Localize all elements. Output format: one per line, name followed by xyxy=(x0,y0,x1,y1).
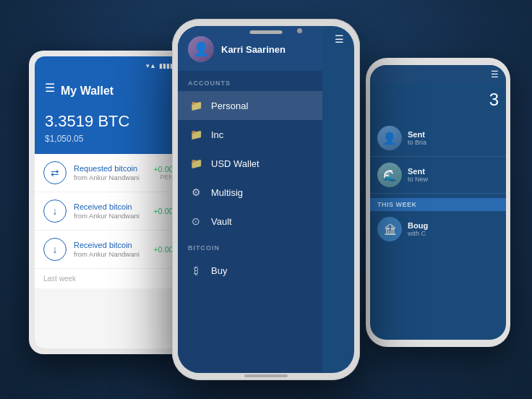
tx-amount: +0.00 xyxy=(153,207,173,215)
vault-icon: ⊙ xyxy=(188,213,204,229)
center-phone: 9:41 ▶ ▮ ☰ 👤 Karri Saarinen xyxy=(172,19,360,380)
profile-avatar: 👤 xyxy=(188,36,214,62)
tx-receive-icon: ↓ xyxy=(43,200,66,223)
bank-icon: 🏦 xyxy=(377,217,402,241)
drawer-item-label: Buy xyxy=(211,265,227,276)
hamburger-icon[interactable]: ☰ xyxy=(45,81,55,95)
right-tx-info: Sent to New xyxy=(408,167,428,183)
android-status-bar: ▾▲ ▮▮▮▮ xyxy=(35,56,182,74)
bought-label: Boug xyxy=(408,221,428,230)
bitcoin-icon: ₿ xyxy=(188,262,204,278)
avatar: 👤 xyxy=(377,126,402,150)
right-bottom-info: Boug with C xyxy=(408,221,428,237)
tx-receive-icon: ↓ xyxy=(43,238,66,261)
drawer-item-label: USD Wallet xyxy=(211,158,259,169)
bitcoin-section-label: BITCOIN xyxy=(178,236,322,256)
speaker xyxy=(250,30,283,34)
this-week-badge: THIS WEEK xyxy=(370,198,506,211)
tx-from: from Ankur Nandwani xyxy=(74,212,146,220)
center-screen: 9:41 ▶ ▮ ☰ 👤 Karri Saarinen xyxy=(178,26,354,373)
profile-name: Karri Saarinen xyxy=(221,44,286,55)
scene: ▾▲ ▮▮▮▮ ☰ My Wallet 3.3519 BTC $1,050.05… xyxy=(0,0,532,399)
usd-amount: $1,050.05 xyxy=(45,134,172,144)
right-tx-item[interactable]: 🌊 Sent to New xyxy=(370,157,506,194)
folder-icon: 📁 xyxy=(188,98,204,113)
tx-from: from Ankur Nandwani xyxy=(74,173,146,181)
drawer-item-label: Inc xyxy=(211,129,223,140)
period-label: Last week xyxy=(35,269,182,288)
right-tx-info: Sent to Bria xyxy=(408,130,426,146)
drawer-item-label: Multisig xyxy=(211,187,243,198)
drawer-item-vault[interactable]: ⊙ Vault xyxy=(178,207,322,236)
home-indicator[interactable] xyxy=(244,374,288,377)
wallet-title: My Wallet xyxy=(61,85,113,98)
right-header: ☰ xyxy=(370,65,506,84)
sent-to: to New xyxy=(408,176,428,183)
drawer-item-label: Personal xyxy=(211,100,248,111)
drawer-item-personal[interactable]: 📁 Personal xyxy=(178,91,322,120)
tx-info: Received bitcoin from Ankur Nandwani xyxy=(74,241,146,258)
right-tx-list: 👤 Sent to Bria 🌊 Sent to New xyxy=(370,116,506,198)
sent-label: Sent xyxy=(408,130,426,139)
right-amount: 3 xyxy=(370,84,506,116)
tx-type: Received bitcoin xyxy=(74,202,146,211)
tx-info: Received bitcoin from Ankur Nandwani xyxy=(74,202,146,220)
tx-amount: +0.00 xyxy=(153,245,173,254)
right-bottom-item[interactable]: 🏦 Boug with C xyxy=(370,211,506,247)
transaction-item[interactable]: ↓ Received bitcoin from Ankur Nandwani +… xyxy=(35,192,182,231)
right-screen: ☰ 3 👤 Sent to Bria 🌊 xyxy=(370,65,506,340)
folder-icon: 📁 xyxy=(188,155,204,171)
tx-from: from Ankur Nandwani xyxy=(74,250,146,258)
tx-type: Requested bitcoin xyxy=(74,164,146,173)
drawer-item-usd-wallet[interactable]: 📁 USD Wallet xyxy=(178,149,322,178)
right-phone: ☰ 3 👤 Sent to Bria 🌊 xyxy=(366,58,510,347)
tx-info: Requested bitcoin from Ankur Nandwani xyxy=(74,164,146,181)
btc-amount: 3.3519 BTC xyxy=(45,112,172,131)
drawer-item-inc[interactable]: 📁 Inc xyxy=(178,120,322,149)
avatar: 🌊 xyxy=(377,163,402,187)
accounts-section-label: ACCOUNTS xyxy=(178,71,322,91)
tx-amount: +0.00 xyxy=(153,165,173,173)
status-icons: ▾▲ ▮▮▮▮ xyxy=(146,62,173,69)
navigation-drawer: 👤 Karri Saarinen ACCOUNTS 📁 Personal 📁 I… xyxy=(178,26,322,373)
bought-with: with C xyxy=(408,230,428,237)
camera xyxy=(297,28,302,33)
sent-label: Sent xyxy=(408,167,428,176)
drawer-item-buy[interactable]: ₿ Buy xyxy=(178,256,322,285)
transaction-item[interactable]: ⇄ Requested bitcoin from Ankur Nandwani … xyxy=(35,154,182,192)
tx-status: PEN xyxy=(153,173,173,181)
folder-icon: 📁 xyxy=(188,126,204,142)
android-phone: ▾▲ ▮▮▮▮ ☰ My Wallet 3.3519 BTC $1,050.05… xyxy=(29,51,188,354)
sent-to: to Bria xyxy=(408,139,426,146)
tx-request-icon: ⇄ xyxy=(43,161,66,184)
multisig-icon: ⚙ xyxy=(188,184,204,200)
transaction-list: ⇄ Requested bitcoin from Ankur Nandwani … xyxy=(35,154,182,288)
drawer-item-multisig[interactable]: ⚙ Multisig xyxy=(178,178,322,207)
tx-type: Received bitcoin xyxy=(74,241,146,249)
right-tx-item[interactable]: 👤 Sent to Bria xyxy=(370,120,506,157)
drawer-item-label: Vault xyxy=(211,216,232,227)
transaction-item[interactable]: ↓ Received bitcoin from Ankur Nandwani +… xyxy=(35,231,182,269)
wallet-header: ☰ My Wallet 3.3519 BTC $1,050.05 xyxy=(35,74,182,154)
android-screen: ▾▲ ▮▮▮▮ ☰ My Wallet 3.3519 BTC $1,050.05… xyxy=(35,56,182,348)
